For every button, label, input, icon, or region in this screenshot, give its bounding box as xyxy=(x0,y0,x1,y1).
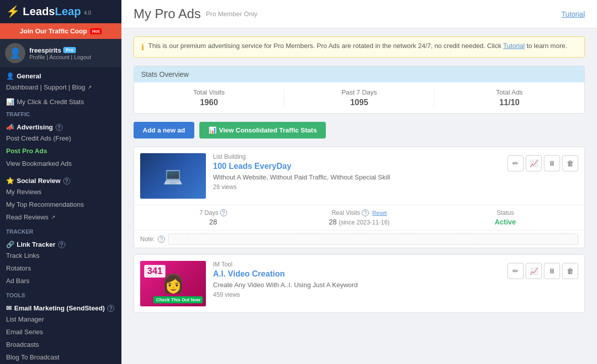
ad-1-title[interactable]: 100 Leads EveryDay xyxy=(213,162,500,171)
ad-card-1: 💻 List Building 100 Leads EveryDay Witho… xyxy=(134,147,585,248)
sidebar-item-top-recommendations[interactable]: My Top Recommendations xyxy=(0,198,121,211)
external-icon-reviews: ↗ xyxy=(51,214,55,220)
my-reviews-label: My Reviews xyxy=(6,188,41,196)
real-visits-number: 28 xyxy=(329,218,337,226)
sidebar-item-view-bookmarked-ads[interactable]: View Bookmarked Ads xyxy=(0,157,121,170)
sidebar-item-list-manager[interactable]: List Manager xyxy=(0,313,121,326)
rotators-label: Rotators xyxy=(6,264,31,272)
username-text: freespirits xyxy=(29,47,61,54)
add-new-ad-button[interactable]: Add a new ad xyxy=(134,122,194,139)
sidebar-item-read-reviews[interactable]: Read Reviews ↗ xyxy=(0,211,121,223)
info-box-text-content: This is our premium advertising service … xyxy=(148,42,501,50)
ad-1-pause-button[interactable]: ⏸ xyxy=(544,155,560,171)
real-visits-label-text: Real Visits xyxy=(331,209,360,216)
ad-1-stats-row: 7 Days ? 28 Real Visits ? Reset 28 (sinc… xyxy=(134,205,584,230)
social-review-header[interactable]: ⭐ Social Review ? xyxy=(0,174,121,186)
email-marketing-info-icon: ? xyxy=(107,305,114,312)
ad-1-real-visits-cell: Real Visits ? Reset 28 (since 2023-11-16… xyxy=(286,209,433,226)
blog-to-broadcast-label: Blog To Broadcast xyxy=(6,353,59,361)
sidebar-item-track-links[interactable]: Track Links xyxy=(0,249,121,262)
action-buttons: Add a new ad 📊 View Consolidated Traffic… xyxy=(134,122,585,139)
email-marketing-header[interactable]: ✉ Email Marketing (SendSteed) ? xyxy=(0,301,121,313)
sidebar-item-rotators[interactable]: Rotators xyxy=(0,262,121,275)
chart-icon: 📊 xyxy=(6,98,14,106)
thumb2-number: 341 xyxy=(144,265,165,278)
ad-2-thumbnail: 341 👩 Check This Out Now xyxy=(140,261,206,306)
ad-2-actions: ✏ 📈 ⏸ 🗑 xyxy=(507,261,578,279)
real-visits-extra: (since 2023-11-16) xyxy=(338,219,390,226)
ad-1-stats-button[interactable]: 📈 xyxy=(526,155,542,171)
ad-1-views: 28 views xyxy=(213,184,500,191)
sidebar-item-email-series[interactable]: Email Series xyxy=(0,326,121,338)
read-reviews-label: Read Reviews xyxy=(6,213,49,221)
email-marketing-section: ✉ Email Marketing (SendSteed) ? List Man… xyxy=(0,299,121,364)
link-icon: 🔗 xyxy=(6,241,14,248)
total-ads-label: Total Ads xyxy=(435,88,584,96)
account-link[interactable]: Account xyxy=(50,54,70,60)
username: freespirits Pro xyxy=(29,47,91,54)
traffic-coop-label: Join Our Traffic Coop xyxy=(20,27,87,35)
view-stats-button[interactable]: 📊 View Consolidated Traffic Stats xyxy=(199,122,326,139)
general-header[interactable]: 👤 General xyxy=(0,69,121,81)
person-icon: 👤 xyxy=(6,72,14,80)
ad-2-pause-button[interactable]: ⏸ xyxy=(544,263,560,279)
ad-1-edit-button[interactable]: ✏ xyxy=(507,155,524,171)
ad-1-real-visits-value: 28 (since 2023-11-16) xyxy=(286,218,433,226)
ad-1-status-label: Status xyxy=(432,209,578,216)
note-input[interactable] xyxy=(168,234,578,245)
click-credit-label: My Click & Credit Stats xyxy=(17,98,84,106)
ad-card-1-top: 💻 List Building 100 Leads EveryDay Witho… xyxy=(134,147,584,205)
ad-2-info: IM Tool A.I. Video Creation Create Any V… xyxy=(213,261,500,298)
past-7-days-label: Past 7 Days xyxy=(284,88,434,96)
thumb2-badge: Check This Out Now xyxy=(153,296,203,303)
sidebar-item-broadcasts[interactable]: Broadcasts xyxy=(0,338,121,351)
ad-1-status-value: Active xyxy=(432,218,578,226)
ad-1-actions: ✏ 📈 ⏸ 🗑 xyxy=(507,153,578,171)
info-box-tutorial-link[interactable]: Tutorial xyxy=(503,42,525,50)
sidebar-item-blog-to-broadcast[interactable]: Blog To Broadcast xyxy=(0,351,121,363)
ad-card-2: 341 👩 Check This Out Now IM Tool A.I. Vi… xyxy=(134,254,585,313)
sidebar-item-dashboard[interactable]: Dashboard | Support | Blog ↗ xyxy=(0,81,121,94)
chart-icon-btn: 📊 xyxy=(208,126,217,134)
info-box: ℹ This is our premium advertising servic… xyxy=(134,36,585,58)
external-icon: ↗ xyxy=(88,84,92,90)
advertising-label: Advertising xyxy=(17,123,53,131)
sidebar-item-ad-bars[interactable]: Ad Bars xyxy=(0,275,121,287)
ad-2-title[interactable]: A.I. Video Creation xyxy=(213,269,500,279)
profile-link[interactable]: Profile xyxy=(29,54,45,60)
logo-leads: Leads xyxy=(23,5,55,18)
sidebar-item-post-credit-ads[interactable]: Post Credit Ads (Free) xyxy=(0,132,121,145)
advertising-header[interactable]: 📣 Advertising ? xyxy=(0,120,121,132)
star-icon: ⭐ xyxy=(6,177,14,185)
page-header: My Pro Ads Pro Member Only Tutorial xyxy=(121,0,597,28)
traffic-coop-button[interactable]: Join Our Traffic Coop Hot xyxy=(0,23,121,39)
sidebar-item-click-credit[interactable]: 📊 My Click & Credit Stats xyxy=(0,96,121,108)
logout-link[interactable]: Logout xyxy=(74,54,91,60)
page-title: My Pro Ads xyxy=(134,6,201,22)
ad-2-edit-button[interactable]: ✏ xyxy=(507,263,524,279)
real-visits-reset-link[interactable]: Reset xyxy=(372,210,387,216)
link-tracker-label: Link Tracker xyxy=(17,241,56,248)
hot-badge: Hot xyxy=(90,28,102,34)
ad-1-delete-button[interactable]: 🗑 xyxy=(562,155,578,171)
sidebar-item-post-pro-ads[interactable]: Post Pro Ads xyxy=(0,145,121,157)
pro-badge: Pro xyxy=(63,47,76,53)
info-icon: ℹ xyxy=(141,42,144,52)
email-series-label: Email Series xyxy=(6,328,43,336)
page-title-container: My Pro Ads Pro Member Only xyxy=(134,6,258,22)
logo-version: 4.0 xyxy=(84,10,91,16)
view-bookmarked-ads-label: View Bookmarked Ads xyxy=(6,160,72,167)
social-review-label: Social Review xyxy=(17,177,61,185)
total-visits-label: Total Visits xyxy=(134,88,284,96)
tutorial-link[interactable]: Tutorial xyxy=(562,10,585,18)
general-label: General xyxy=(17,72,41,80)
link-tracker-header[interactable]: 🔗 Link Tracker ? xyxy=(0,238,121,249)
megaphone-icon: 📣 xyxy=(6,123,14,131)
user-links: Profile | Account | Logout xyxy=(29,54,91,60)
real-visits-info-icon: ? xyxy=(362,209,369,216)
ad-card-2-top: 341 👩 Check This Out Now IM Tool A.I. Vi… xyxy=(134,255,584,312)
ad-2-delete-button[interactable]: 🗑 xyxy=(562,263,578,279)
info-box-text-after: to learn more. xyxy=(527,42,567,50)
sidebar-item-my-reviews[interactable]: My Reviews xyxy=(0,186,121,198)
ad-2-stats-button[interactable]: 📈 xyxy=(526,263,542,279)
